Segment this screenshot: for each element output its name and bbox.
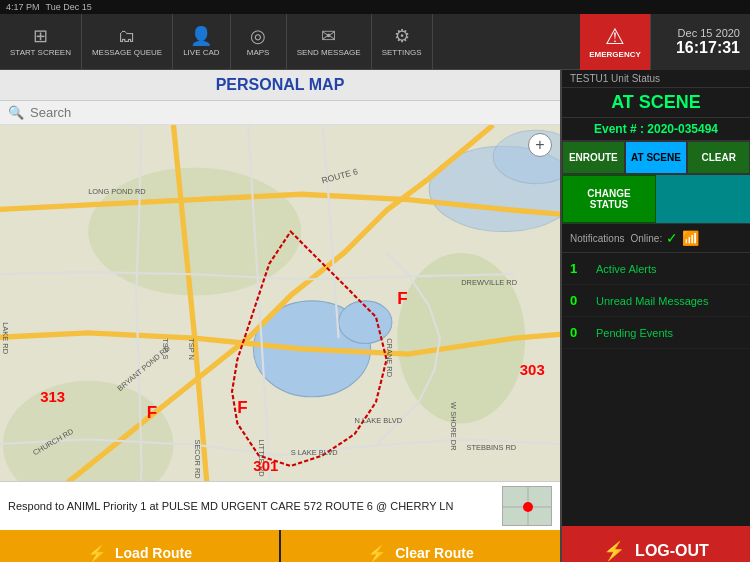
map-title: PERSONAL MAP: [0, 70, 560, 101]
status-buttons-grid: ENROUTE AT SCENE CLEAR: [562, 141, 750, 175]
svg-text:STEBBINS RD: STEBBINS RD: [467, 443, 517, 452]
incident-message-bar: Respond to ANIML Priority 1 at PULSE MD …: [0, 481, 560, 530]
svg-text:F: F: [147, 403, 157, 422]
start-screen-icon: ⊞: [33, 25, 48, 47]
clear-status-label: CLEAR: [701, 152, 735, 163]
at-scene-btn-label: AT SCENE: [631, 152, 681, 163]
logout-icon: ⚡: [603, 540, 625, 562]
nav-settings-label: SETTINGS: [382, 49, 422, 58]
message-queue-icon: 🗂: [118, 26, 136, 47]
load-route-button[interactable]: ⚡ Load Route: [0, 530, 279, 562]
active-alerts-label: Active Alerts: [596, 263, 657, 275]
system-time: 4:17 PM: [6, 2, 40, 12]
teal-status-block: [656, 175, 750, 223]
svg-text:N LAKE BLVD: N LAKE BLVD: [355, 416, 403, 425]
svg-text:303: 303: [520, 361, 545, 378]
enroute-label: ENROUTE: [569, 152, 618, 163]
svg-point-40: [523, 502, 533, 512]
incident-minimap: [502, 486, 552, 526]
unread-mail-label: Unread Mail Messages: [596, 295, 709, 307]
online-indicators: ✓ 📶: [666, 230, 699, 246]
svg-text:W SHORE DR: W SHORE DR: [449, 402, 458, 451]
notifications-label: Notifications: [570, 233, 624, 244]
clear-route-label: Clear Route: [395, 545, 474, 561]
at-scene-label: AT SCENE: [562, 88, 750, 118]
search-icon: 🔍: [8, 105, 24, 120]
load-route-icon: ⚡: [87, 544, 107, 563]
map-container: ROUTE 6 LONG POND RD CRANE RD W SHORE DR…: [0, 125, 560, 530]
clock-date: Dec 15 2020: [678, 27, 740, 39]
change-status-button[interactable]: CHANGE STATUS: [562, 175, 656, 223]
system-time-bar: 4:17 PM Tue Dec 15: [0, 0, 750, 14]
map-zoom-in-button[interactable]: +: [528, 133, 552, 157]
maps-icon: ◎: [250, 25, 266, 47]
clock-display: Dec 15 2020 16:17:31: [650, 14, 750, 70]
search-input[interactable]: [30, 105, 552, 120]
at-scene-button[interactable]: AT SCENE: [625, 141, 688, 174]
right-panel: TESTU1 Unit Status AT SCENE Event # : 20…: [560, 70, 750, 562]
pending-events-item[interactable]: 0 Pending Events: [562, 317, 750, 349]
pending-events-count: 0: [570, 325, 590, 340]
unread-mail-count: 0: [570, 293, 590, 308]
minimap-svg: [503, 487, 552, 526]
svg-text:SECOR RD: SECOR RD: [193, 439, 202, 479]
unread-mail-item[interactable]: 0 Unread Mail Messages: [562, 285, 750, 317]
main-layout: PERSONAL MAP 🔍: [0, 70, 750, 562]
enroute-button[interactable]: ENROUTE: [562, 141, 625, 174]
clear-status-button[interactable]: CLEAR: [687, 141, 750, 174]
emergency-icon: ⚠: [605, 24, 625, 50]
change-status-label: CHANGE STATUS: [587, 188, 630, 210]
emergency-button[interactable]: ⚠ EMERGENCY: [580, 14, 650, 70]
nav-live-cad-label: LIVE CAD: [183, 49, 219, 58]
send-message-icon: ✉: [321, 25, 336, 47]
unit-status-label: TESTU1 Unit Status: [570, 73, 660, 84]
svg-text:TSP N: TSP N: [187, 338, 196, 360]
top-nav-bar: ⊞ START SCREEN 🗂 MESSAGE QUEUE 👤 LIVE CA…: [0, 14, 750, 70]
nav-live-cad[interactable]: 👤 LIVE CAD: [173, 14, 230, 70]
active-alerts-item[interactable]: 1 Active Alerts: [562, 253, 750, 285]
unit-status-bar: TESTU1 Unit Status: [562, 70, 750, 88]
change-status-area: CHANGE STATUS: [562, 175, 750, 224]
active-alerts-count: 1: [570, 261, 590, 276]
svg-text:DREWVILLE RD: DREWVILLE RD: [461, 278, 518, 287]
svg-text:S LAKE BLVD: S LAKE BLVD: [291, 448, 339, 457]
search-bar: 🔍: [0, 101, 560, 125]
clear-route-button[interactable]: ⚡ Clear Route: [281, 530, 560, 562]
svg-text:LAKE RD: LAKE RD: [1, 322, 10, 355]
map-svg: ROUTE 6 LONG POND RD CRANE RD W SHORE DR…: [0, 125, 560, 530]
nav-send-message-label: SEND MESSAGE: [297, 49, 361, 58]
nav-message-queue-label: MESSAGE QUEUE: [92, 49, 162, 58]
notifications-header: Notifications Online: ✓ 📶: [562, 224, 750, 253]
nav-start-screen[interactable]: ⊞ START SCREEN: [0, 14, 82, 70]
logout-button[interactable]: ⚡ LOG-OUT: [562, 526, 750, 562]
map-panel: PERSONAL MAP 🔍: [0, 70, 560, 562]
svg-text:F: F: [237, 398, 247, 417]
nav-maps[interactable]: ◎ MAPS: [231, 14, 287, 70]
nav-maps-label: MAPS: [247, 49, 270, 58]
nav-items-group: ⊞ START SCREEN 🗂 MESSAGE QUEUE 👤 LIVE CA…: [0, 14, 580, 70]
logout-label: LOG-OUT: [635, 542, 709, 560]
pending-events-label: Pending Events: [596, 327, 673, 339]
nav-send-message[interactable]: ✉ SEND MESSAGE: [287, 14, 372, 70]
svg-text:CRANE RD: CRANE RD: [385, 338, 394, 378]
nav-start-screen-label: START SCREEN: [10, 49, 71, 58]
event-number: Event # : 2020-035494: [562, 118, 750, 141]
clock-time: 16:17:31: [676, 39, 740, 57]
incident-message-text: Respond to ANIML Priority 1 at PULSE MD …: [8, 500, 502, 512]
live-cad-icon: 👤: [190, 25, 212, 47]
settings-icon: ⚙: [394, 25, 410, 47]
load-route-label: Load Route: [115, 545, 192, 561]
map-bottom-bar: ⚡ Load Route ⚡ Clear Route: [0, 530, 560, 562]
online-label: Online:: [630, 233, 662, 244]
svg-text:301: 301: [253, 457, 278, 474]
system-date: Tue Dec 15: [46, 2, 92, 12]
emergency-label: EMERGENCY: [589, 50, 641, 59]
nav-settings[interactable]: ⚙ SETTINGS: [372, 14, 433, 70]
svg-text:LONG POND RD: LONG POND RD: [88, 187, 146, 196]
clear-route-icon: ⚡: [367, 544, 387, 563]
nav-message-queue[interactable]: 🗂 MESSAGE QUEUE: [82, 14, 173, 70]
online-green-indicator: ✓: [666, 230, 678, 246]
svg-text:F: F: [397, 289, 407, 308]
online-orange-indicator: 📶: [682, 230, 699, 246]
svg-text:313: 313: [40, 388, 65, 405]
